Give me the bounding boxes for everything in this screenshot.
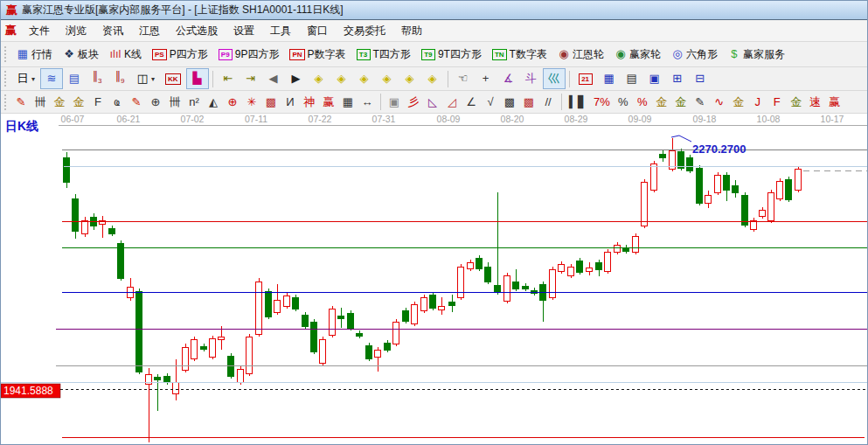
candle-body [651, 163, 657, 190]
calendar-21-icon[interactable]: 21 [573, 68, 598, 89]
shen-gann-icon[interactable]: 神 [300, 92, 319, 113]
price-grid-icon[interactable]: 卌 [165, 92, 184, 113]
kline-overlay-icon[interactable]: KK [160, 68, 186, 89]
gann-grid-icon[interactable]: 卌 [31, 92, 50, 113]
ying-edit-icon[interactable]: 赢 [825, 92, 844, 113]
period-daily-dropdown[interactable]: 日▾ [11, 68, 40, 89]
menu-tools[interactable]: 工具 [262, 21, 299, 41]
t-number-button[interactable]: TNT数字表 [487, 44, 552, 65]
n-square-icon[interactable]: n² [184, 92, 204, 113]
ying-gann-icon[interactable]: 赢 [319, 92, 338, 113]
menu-file[interactable]: 文件 [21, 21, 58, 41]
notes-icon[interactable]: ▤ [621, 68, 643, 89]
gann-dou-icon[interactable]: 斗 [520, 68, 543, 89]
period-daily-dropdown-icon: 日 [17, 73, 29, 85]
percent-icon[interactable]: % [614, 92, 633, 113]
f-line-icon[interactable]: F [767, 92, 787, 113]
p-square-button[interactable]: PSP四方形 [147, 44, 213, 65]
small-chart-3-icon[interactable]: ∥3 [86, 68, 108, 89]
menu-formula-select[interactable]: 公式选股 [168, 21, 226, 41]
t-square-button[interactable]: T3T四方形 [351, 44, 416, 65]
box-fan-red-icon[interactable]: ◿ [442, 92, 462, 113]
measure-pencil-icon[interactable]: ✎ [691, 92, 710, 113]
fibonacci-icon[interactable]: F [88, 92, 108, 113]
trend-angle-icon[interactable]: ∠ [462, 92, 481, 113]
star-burst-icon[interactable]: ✳ [242, 92, 261, 113]
pencil-fan-icon[interactable]: ✎ [127, 92, 146, 113]
hexagon-button[interactable]: ◎六角形 [666, 44, 723, 65]
sectors-button[interactable]: ❖板块 [58, 44, 104, 65]
gold-circle-icon[interactable]: 金 [652, 92, 671, 113]
width-measure-icon[interactable]: ↔ [358, 92, 377, 113]
ray-fan-icon[interactable]: 彡 [404, 92, 423, 113]
crosshair-icon[interactable]: + [475, 68, 497, 89]
gold-line3-icon[interactable]: 金 [787, 92, 806, 113]
grid-123-icon[interactable]: ▦ [338, 92, 358, 113]
menu-help[interactable]: 帮助 [393, 21, 430, 41]
golden-ratio-h-icon[interactable]: 金 [50, 92, 69, 113]
compress-plus-icon[interactable]: ◈ [399, 68, 421, 89]
wave-brain-icon[interactable]: 巛 [543, 68, 566, 89]
golden-ratio-v-icon[interactable]: 金 [69, 92, 88, 113]
t9-square-button[interactable]: T99T四方形 [416, 44, 487, 65]
next-bar-button[interactable]: ▶ [285, 68, 308, 89]
candle-body [495, 285, 501, 292]
check-wave-icon[interactable]: √ [481, 92, 500, 113]
goto-last-button[interactable]: ⇥ [240, 68, 262, 89]
expand-horizontal-icon[interactable]: ◈ [330, 68, 353, 89]
menu-browse[interactable]: 浏览 [58, 21, 94, 41]
p-number-button[interactable]: PNP数字表 [284, 44, 351, 65]
angle-line-icon[interactable]: ◭ [204, 92, 223, 113]
window-layout-icon[interactable]: ▣ [385, 92, 404, 113]
trend-zigzag-icon[interactable]: ≋ [40, 68, 63, 89]
wave-a-icon[interactable]: ∿ [710, 92, 729, 113]
network-computer-icon[interactable]: ⊞ [666, 68, 689, 89]
parallel-lines-icon[interactable]: // [538, 92, 558, 113]
menu-trade-entrust[interactable]: 交易委托 [336, 21, 393, 41]
k-wave-icon[interactable]: И [281, 92, 300, 113]
menu-gann[interactable]: 江恩 [131, 21, 168, 41]
speed-line-icon[interactable]: 速 [806, 92, 825, 113]
spiral-icon[interactable]: ҩ [108, 92, 127, 113]
compress-x-icon[interactable]: ◈ [376, 68, 399, 89]
circle-target-icon[interactable]: ⊕ [223, 92, 242, 113]
winner-wheel-button[interactable]: ◉赢家轮 [609, 44, 666, 65]
box-fan-icon[interactable]: ◺ [423, 92, 442, 113]
dense-grid-red-icon[interactable]: ▩ [519, 92, 538, 113]
menu-window[interactable]: 窗口 [299, 21, 336, 41]
small-chart-9-icon[interactable]: ∥9 [108, 68, 131, 89]
fan-brush-icon[interactable]: ✎ [11, 92, 31, 113]
candle-type-dropdown[interactable]: ◫▾ [131, 68, 160, 89]
candlestick-chart-canvas[interactable]: 06-0706-2107-0207-1107-2207-3108-0908-20… [1, 114, 868, 445]
gold-line3-icon: 金 [790, 96, 802, 108]
pattern-box-icon[interactable]: ▩ [261, 92, 281, 113]
gann-circle-icon[interactable]: ⊕ [146, 92, 165, 113]
winner-service-button[interactable]: $赢家服务 [723, 44, 790, 65]
workstation-icon[interactable]: ⊟ [689, 68, 712, 89]
stat-bars-icon[interactable]: ▍▋ [566, 92, 590, 113]
percent-line-icon[interactable]: % [633, 92, 652, 113]
gann-wheel-button[interactable]: ◉江恩轮 [552, 44, 609, 65]
volume-distribution-icon[interactable]: ▙ [186, 68, 209, 89]
hand-pan-icon[interactable]: ☜ [452, 68, 475, 89]
gold-line2-icon[interactable]: 金 [729, 92, 748, 113]
calculator-icon[interactable]: ▦ [598, 68, 621, 89]
angle-measure-icon[interactable]: ∡ [497, 68, 520, 89]
quotes-button[interactable]: ▦行情 [11, 44, 58, 65]
info-document-icon[interactable]: ▤ [63, 68, 86, 89]
gold-line-icon[interactable]: 金 [671, 92, 691, 113]
expand-all-icon[interactable]: ◈ [421, 68, 444, 89]
dense-grid-icon[interactable]: ▩ [500, 92, 519, 113]
p9-square-button[interactable]: P99P四方形 [213, 44, 285, 65]
save-icon[interactable]: ▣ [643, 68, 666, 89]
goto-first-button[interactable]: ⇤ [217, 68, 240, 89]
shrink-horizontal-icon[interactable]: ◈ [308, 68, 330, 89]
prev-bar-button[interactable]: ◀ [262, 68, 285, 89]
menu-news[interactable]: 资讯 [94, 21, 131, 41]
gann-grid-icon: 卌 [34, 96, 46, 108]
expand-both-icon[interactable]: ◈ [353, 68, 376, 89]
menu-settings[interactable]: 设置 [226, 21, 262, 41]
kline-button[interactable]: ılılK线 [104, 44, 147, 65]
percent-7-icon[interactable]: 7% [590, 92, 614, 113]
j-line-icon[interactable]: J [748, 92, 767, 113]
